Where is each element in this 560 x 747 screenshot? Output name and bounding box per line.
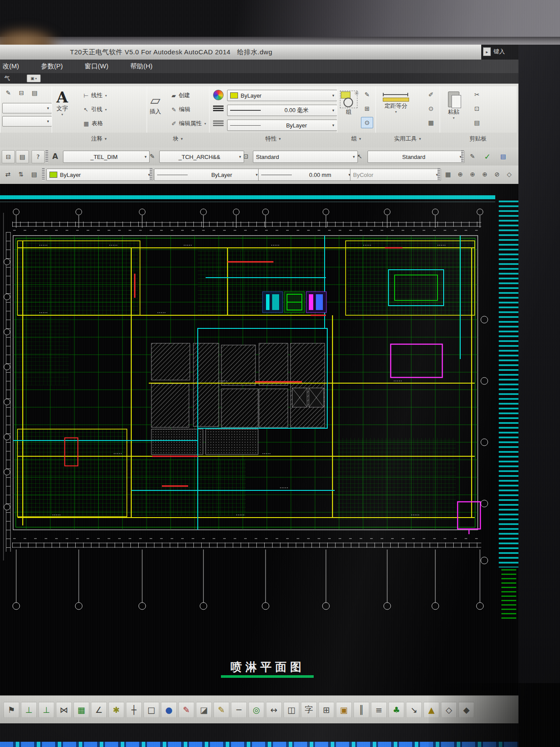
node-icon[interactable]: ● <box>161 702 177 718</box>
block-tool-icon[interactable]: ▣ <box>336 702 352 718</box>
id-point-icon[interactable]: ✐ <box>425 89 437 100</box>
check-standards-icon[interactable]: ✓ <box>481 150 494 162</box>
ungroup-icon[interactable]: ✎ <box>361 89 373 100</box>
color-control-combo[interactable]: ByLayer ▾ <box>46 169 153 181</box>
layer-translator-icon[interactable]: ▤ <box>497 150 509 162</box>
circle-target-icon[interactable]: ◎ <box>248 702 264 718</box>
footer-block[interactable]: 块▾ <box>147 134 209 144</box>
ucs-off-icon[interactable]: ⊘ <box>491 168 503 180</box>
red-pencil-icon[interactable]: ✎ <box>178 702 194 718</box>
menu-item-modify[interactable]: 改(M) <box>0 60 25 72</box>
group-big-button[interactable]: ✳ 组 <box>340 91 357 116</box>
isometric-view-icon[interactable]: ◇ <box>503 168 515 180</box>
mleader-style-combo[interactable]: Standard ▾ <box>368 151 465 163</box>
wall-icon[interactable]: ║ <box>354 702 369 718</box>
linetype-control-combo[interactable]: ByLayer ▾ <box>154 169 261 181</box>
linear-dim-button[interactable]: ⊢ 线性 ▾ <box>84 92 107 99</box>
stairs-icon[interactable]: ≡ <box>371 702 387 718</box>
text-style-icon[interactable]: A <box>49 150 61 162</box>
layer-manager-icon[interactable]: ▤ <box>28 168 40 180</box>
measure-big-button[interactable]: 定距等分 ▾ <box>382 93 410 114</box>
cut-icon[interactable]: ✂ <box>471 89 483 100</box>
text-tool-icon[interactable]: 字 <box>301 702 317 718</box>
edit-style-icon[interactable]: ✎ <box>466 150 479 162</box>
cube-3d-icon[interactable]: ◇ <box>441 702 457 718</box>
selection-box-icon[interactable]: □ <box>144 702 159 718</box>
scale-icon[interactable]: ↘ <box>406 702 422 718</box>
plot-style-combo[interactable]: ByColor ▾ <box>350 169 441 181</box>
text-style-combo[interactable]: _TCH_ARCH&& ▾ <box>159 151 244 163</box>
dim-style-combo[interactable]: _TEL_DIM ▾ <box>63 151 150 163</box>
sheet-set-icon[interactable]: ⊟ <box>2 150 15 163</box>
match-props-icon[interactable]: ⇄ <box>2 168 14 180</box>
ucs-world-icon[interactable]: ⊕ <box>454 168 466 180</box>
calculator-icon[interactable]: ▦ <box>425 117 437 128</box>
angle-icon[interactable]: ∠ <box>91 702 107 718</box>
ground-symbol-icon[interactable]: ⊥ <box>21 702 37 718</box>
named-views-icon[interactable]: ▦ <box>442 168 454 180</box>
footer-utilities[interactable]: 实用工具▾ <box>375 134 440 144</box>
block-create-button[interactable]: ▰ 创建 <box>172 92 190 99</box>
toolbar-grip[interactable] <box>42 168 45 180</box>
copy-icon[interactable]: ⊡ <box>471 103 483 114</box>
door-icon[interactable]: ◫ <box>284 702 299 718</box>
box-3d-icon[interactable]: ◆ <box>458 702 474 718</box>
table-tool-icon[interactable]: ⊞ <box>318 702 334 718</box>
mleader-style-icon[interactable]: ↖ <box>354 150 366 162</box>
quick-select-icon[interactable]: ⊙ <box>425 103 437 114</box>
valve-icon[interactable]: ⋈ <box>56 702 72 718</box>
toolbar-grip[interactable] <box>461 150 464 162</box>
paste-special-icon[interactable]: ▤ <box>471 117 483 128</box>
lineweight-combo[interactable]: 0.00 毫米 ▾ <box>227 105 337 116</box>
lineweight-icon[interactable] <box>213 106 224 111</box>
crosshair-icon[interactable]: ┼ <box>126 702 142 718</box>
help-icon[interactable]: ? <box>32 150 45 163</box>
drawing-canvas[interactable]: 喷淋平面图 <box>0 184 518 695</box>
toolbar-grip[interactable] <box>150 168 152 180</box>
tool-icon[interactable]: ⊟ <box>15 87 28 99</box>
table-button[interactable]: ▦ 表格 <box>84 120 103 127</box>
flag-icon[interactable]: ⚑ <box>4 702 19 718</box>
paste-big-button[interactable]: 粘贴 ▾ <box>446 91 461 120</box>
dimension-icon[interactable]: ↔ <box>266 702 282 718</box>
markup-icon[interactable]: ▤ <box>16 150 29 163</box>
group-select-toggle-icon[interactable]: ⊙ <box>361 117 373 128</box>
object-color-combo[interactable]: ByLayer ▾ <box>227 90 337 101</box>
toolbar-grip[interactable] <box>438 168 440 180</box>
command-line-area[interactable] <box>0 723 518 742</box>
menu-item-window[interactable]: 窗口(W) <box>79 60 115 72</box>
ucs-face-icon[interactable]: ⊕ <box>479 168 491 180</box>
footer-properties[interactable]: 特性▾ <box>209 134 337 144</box>
footer-group[interactable]: 组▾ <box>337 134 375 144</box>
left-style-combo[interactable]: ▾ <box>2 103 52 113</box>
point-style-icon[interactable]: ✱ <box>108 702 124 718</box>
yellow-pencil-icon[interactable]: ✎ <box>214 702 229 718</box>
lineweight-control-combo[interactable]: 0.00 mm ▾ <box>258 169 354 181</box>
ucs-object-icon[interactable]: ⊕ <box>466 168 479 180</box>
line-icon[interactable]: ─ <box>231 702 247 718</box>
color-wheel-icon[interactable] <box>213 90 224 100</box>
layer-states-icon[interactable]: ⇅ <box>15 168 27 180</box>
infocenter-arrow-icon[interactable]: ▸ <box>483 47 491 56</box>
tool-icon[interactable]: ▤ <box>28 87 41 99</box>
insert-big-button[interactable]: ▱ 插入 <box>150 92 161 116</box>
block-edit-attr-button[interactable]: ✐ 编辑属性 ▾ <box>172 120 206 127</box>
block-edit-button[interactable]: ✎ 编辑 <box>172 106 190 113</box>
eraser-icon[interactable]: ◪ <box>196 702 212 718</box>
ground-symbol2-icon[interactable]: ⊥ <box>38 702 54 718</box>
toolbar-grip[interactable] <box>46 150 48 162</box>
infocenter[interactable]: ▸ 键入 <box>483 47 505 56</box>
tab-electrical[interactable]: 气 <box>0 74 14 83</box>
menu-item-parameters[interactable]: 参数(P) <box>35 60 69 72</box>
tool-icon[interactable]: ✎ <box>2 87 14 99</box>
menu-item-help[interactable]: 帮助(H) <box>124 60 159 72</box>
ribbon-display-toggle[interactable]: ▣▾ <box>27 74 41 82</box>
table-style-combo[interactable]: Standard ▾ <box>253 151 358 163</box>
lock-icon[interactable]: ▲ <box>424 702 439 718</box>
table-style-icon[interactable]: ⊡ <box>240 150 252 162</box>
linetype-combo[interactable]: ByLayer ▾ <box>227 120 337 131</box>
tree-icon[interactable]: ♣ <box>388 702 404 718</box>
leader-button[interactable]: ↖ 引线 ▾ <box>84 106 107 113</box>
footer-annotation[interactable]: 注释▾ <box>52 134 146 144</box>
group-edit-icon[interactable]: ⊞ <box>361 103 373 114</box>
